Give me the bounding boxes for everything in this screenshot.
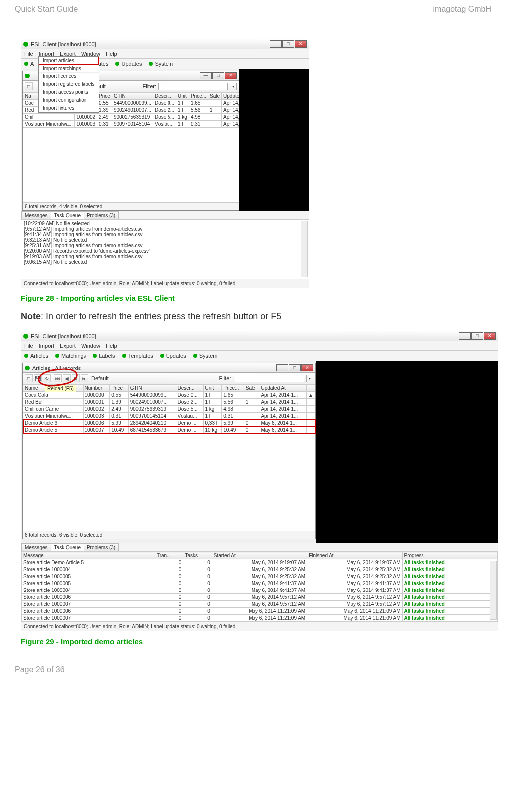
col-header[interactable]: Price [110,385,128,392]
import-configuration-item[interactable]: Import configuration [39,96,99,104]
table-row[interactable]: Vöslauer Mineralwa...10000030.3190097001… [23,413,315,420]
import-licences-item[interactable]: Import licences [39,73,99,80]
table-row[interactable]: Vöslauer Mineralwa...10000030.3190097001… [23,121,270,128]
tab-messages[interactable]: Messages [21,211,51,219]
table-row[interactable]: Store article 100000400May 6, 2014 9:41:… [22,587,498,594]
col-header[interactable]: Progress [402,552,497,559]
tab-task-queue[interactable]: Task Queue [51,211,84,219]
table-row[interactable]: Store article 100000400May 6, 2014 9:25:… [22,566,498,573]
new-icon[interactable]: □ [25,374,33,382]
new-icon[interactable]: □ [25,82,33,90]
cell: 0 [183,573,212,580]
filter-input[interactable] [158,83,228,90]
import-matchings-item[interactable]: Import matchings [39,65,99,73]
table-row[interactable]: Store article 100000500May 6, 2014 9:25:… [22,573,498,580]
tab-task-queue[interactable]: Task Queue [51,543,84,551]
sub-minimize-button[interactable]: — [200,72,212,79]
cell: May 6, 2014 9:57:12 AM [307,601,402,608]
sub-maximize-button[interactable]: □ [212,72,224,79]
col-header[interactable]: Tasks [183,552,212,559]
minimize-button[interactable]: — [459,332,471,340]
first-icon[interactable]: ⏮ [54,374,62,382]
table-row[interactable]: Chili con Carne10000022.499000275639319D… [23,406,315,413]
save-icon[interactable]: 💾 [34,374,42,382]
col-header[interactable]: Tran... [155,552,183,559]
col-header[interactable]: GTIN [112,93,153,100]
menubar[interactable]: File Import Export Window Help Import ar… [21,49,309,59]
col-header[interactable]: Sale [244,385,259,392]
table-row[interactable]: Store article 100000700May 6, 2014 9:57:… [22,601,498,608]
import-articles-item[interactable]: Import articles [39,57,99,65]
col-header[interactable]: Price... [189,93,208,100]
col-header[interactable]: Started At [212,552,307,559]
maximize-button[interactable]: □ [282,40,294,48]
menu-file[interactable]: File [24,51,33,57]
menu-window[interactable]: Window [81,343,100,349]
menu-import[interactable]: Import [39,343,54,349]
filter-input[interactable] [235,375,304,382]
maximize-button[interactable]: □ [471,332,483,340]
table-row[interactable]: Demo Article 610000065.992894204040210De… [23,420,315,427]
next-icon[interactable]: ▶ [72,374,80,382]
tab-problems[interactable]: Problems (3) [84,543,119,551]
menu-help[interactable]: Help [106,343,117,349]
cell: 0 [155,566,183,573]
col-header[interactable]: Sale [208,93,222,100]
close-button[interactable]: ✕ [484,332,496,340]
scrollbar[interactable] [301,221,308,277]
col-header[interactable]: GTIN [128,385,176,392]
menubar[interactable]: File Import Export Window Help [21,341,498,351]
sub-maximize-button[interactable]: □ [289,364,301,371]
table-row[interactable]: Red Bull10000011.39900249010007...Dose 2… [23,399,315,406]
filter-dropdown-button[interactable]: ▾ [230,83,237,90]
table-row[interactable]: Coca Cola10000000.55544900000099...Dose … [23,392,315,399]
nav-tab-system[interactable]: System [149,61,173,67]
import-registered-labels-item[interactable]: Import registered labels [39,80,99,88]
nav-tab-articles[interactable]: A [24,61,34,67]
cell: 1000002 [75,114,97,121]
sub-close-button[interactable]: ✕ [301,364,313,371]
col-header[interactable]: Message [22,552,155,559]
col-header[interactable]: Descr... [176,385,203,392]
last-icon[interactable]: ⏭ [81,374,88,382]
col-header[interactable]: Price... [222,385,244,392]
filter-dropdown-button[interactable]: ▾ [306,375,313,382]
prev-icon[interactable]: ◀ [63,374,71,382]
nav-tab-matchings[interactable]: Matchings [55,353,86,359]
reload-icon[interactable]: ↻ [43,374,51,382]
import-fixtures-item[interactable]: Import fixtures [39,104,99,112]
esl-client-window-fig29: ESL Client [localhost:8000] — □ ✕ File I… [21,331,498,631]
col-header[interactable]: Updated At [259,385,307,392]
col-header[interactable]: Finished At [307,552,402,559]
col-header[interactable]: Unit [176,93,189,100]
nav-tab-articles[interactable]: Articles [24,353,48,359]
col-header[interactable]: Number [83,385,110,392]
tab-problems[interactable]: Problems (3) [84,211,119,219]
scrollbar[interactable] [490,561,497,620]
table-row[interactable]: Store article 100000700May 6, 2014 11:21… [22,615,498,622]
nav-tab-updates[interactable]: Updates [160,353,186,359]
sub-minimize-button[interactable]: — [276,364,288,371]
col-header[interactable]: Descr... [153,93,176,100]
nav-tab-templates[interactable]: Templates [122,353,153,359]
table-row[interactable]: Store article 100000600May 6, 2014 11:21… [22,608,498,615]
table-row[interactable]: Store article 100000500May 6, 2014 9:41:… [22,580,498,587]
menu-help[interactable]: Help [106,51,117,57]
table-row[interactable]: Demo Article 5100000710.496874154533679D… [23,427,315,434]
right-black-panel [239,69,309,211]
import-access-points-item[interactable]: Import access points [39,88,99,96]
col-header[interactable]: Unit [203,385,222,392]
menu-file[interactable]: File [24,343,33,349]
nav-tab-labels[interactable]: Labels [93,353,115,359]
minimize-button[interactable]: — [270,40,282,48]
tab-messages[interactable]: Messages [21,543,51,551]
table-row[interactable]: Store article 100000600May 6, 2014 9:57:… [22,594,498,601]
sub-close-button[interactable]: ✕ [225,72,237,79]
nav-tab-system[interactable]: System [193,353,218,359]
close-button[interactable]: ✕ [295,40,307,48]
col-header[interactable]: Price [97,93,112,100]
nav-tab-updates[interactable]: Updates [115,61,142,67]
table-row[interactable]: Store article Demo Article 500May 6, 201… [22,559,498,566]
menu-export[interactable]: Export [60,343,76,349]
table-row[interactable]: Chil10000022.499000275639319Dose 5...1 k… [23,114,270,121]
